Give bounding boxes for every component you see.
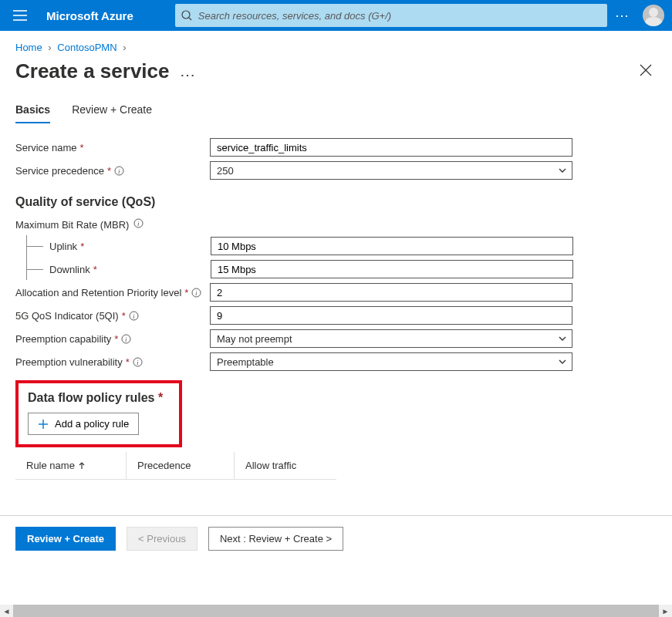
- info-icon[interactable]: i: [133, 218, 144, 231]
- svg-text:i: i: [118, 167, 120, 175]
- service-name-input[interactable]: [210, 138, 572, 157]
- page-header: Create a service ⋯: [0, 58, 672, 97]
- page-title: Create a service: [15, 59, 169, 83]
- topbar-more-icon[interactable]: ⋯: [607, 7, 638, 24]
- info-icon[interactable]: i: [191, 288, 201, 298]
- service-name-label: Service name*: [15, 142, 210, 153]
- chevron-down-icon: [558, 334, 567, 343]
- mbr-label: Maximum Bit Rate (MBR) i: [15, 218, 657, 231]
- breadcrumb-project[interactable]: ContosoPMN: [57, 42, 117, 53]
- info-icon[interactable]: i: [114, 166, 124, 176]
- tab-review-create[interactable]: Review + Create: [72, 97, 152, 123]
- footer: Review + Create < Previous Next : Review…: [0, 516, 672, 561]
- info-icon[interactable]: i: [121, 334, 131, 344]
- svg-text:i: i: [195, 289, 198, 297]
- preempt-cap-select[interactable]: May not preempt: [210, 329, 572, 348]
- uplink-input[interactable]: [211, 237, 573, 255]
- col-allow-traffic[interactable]: Allow traffic: [235, 452, 336, 480]
- fiveqi-label: 5G QoS Indicator (5QI)* i: [15, 310, 210, 322]
- service-precedence-select[interactable]: 250: [210, 161, 572, 180]
- close-button[interactable]: [635, 59, 657, 83]
- preempt-vuln-select[interactable]: Preemptable: [210, 352, 572, 371]
- uplink-label: Uplink*: [27, 241, 211, 252]
- info-icon[interactable]: i: [129, 311, 139, 321]
- title-more-icon[interactable]: ⋯: [180, 61, 197, 83]
- tab-basics[interactable]: Basics: [15, 97, 50, 123]
- arp-input[interactable]: [210, 283, 572, 302]
- user-avatar[interactable]: [643, 5, 664, 26]
- arp-label: Allocation and Retention Priority level*…: [15, 287, 210, 298]
- horizontal-scrollbar[interactable]: ◄ ►: [0, 605, 672, 617]
- policy-rules-highlight: Data flow policy rules * Add a policy ru…: [15, 380, 182, 447]
- chevron-right-icon: ›: [120, 42, 129, 53]
- add-policy-rule-button[interactable]: Add a policy rule: [28, 413, 139, 435]
- breadcrumb: Home › ContosoPMN ›: [0, 31, 672, 58]
- scroll-right-arrow[interactable]: ►: [659, 605, 672, 617]
- scroll-thumb[interactable]: [13, 605, 659, 617]
- top-bar: Microsoft Azure Search resources, servic…: [0, 0, 672, 31]
- chevron-down-icon: [558, 166, 567, 175]
- breadcrumb-home[interactable]: Home: [15, 42, 42, 53]
- preempt-vuln-label: Preemption vulnerability* i: [15, 356, 210, 368]
- sort-up-icon: [78, 462, 86, 470]
- svg-text:i: i: [133, 312, 135, 320]
- chevron-right-icon: ›: [45, 42, 54, 53]
- previous-button: < Previous: [127, 527, 198, 551]
- policy-rules-heading: Data flow policy rules *: [28, 391, 170, 405]
- review-create-button[interactable]: Review + Create: [15, 527, 116, 551]
- downlink-input[interactable]: [211, 260, 573, 278]
- qos-heading: Quality of service (QoS): [15, 195, 657, 209]
- hamburger-menu[interactable]: [8, 0, 32, 31]
- svg-text:i: i: [125, 335, 127, 343]
- svg-text:i: i: [137, 220, 140, 228]
- preempt-cap-label: Preemption capability* i: [15, 333, 210, 345]
- brand: Microsoft Azure: [46, 9, 133, 22]
- col-rule-name[interactable]: Rule name: [15, 452, 127, 480]
- service-precedence-label: Service precedence* i: [15, 165, 210, 177]
- svg-point-3: [182, 11, 190, 19]
- svg-line-4: [189, 18, 191, 20]
- col-precedence[interactable]: Precedence: [127, 452, 235, 480]
- form: Service name* Service precedence* i 250 …: [0, 124, 672, 480]
- global-search[interactable]: Search resources, services, and docs (G+…: [175, 4, 607, 27]
- search-icon: [181, 10, 192, 21]
- info-icon[interactable]: i: [133, 357, 143, 367]
- scroll-left-arrow[interactable]: ◄: [0, 605, 13, 617]
- fiveqi-input[interactable]: [210, 306, 572, 325]
- tabs: Basics Review + Create: [0, 97, 672, 124]
- search-placeholder: Search resources, services, and docs (G+…: [198, 10, 391, 22]
- next-button[interactable]: Next : Review + Create >: [208, 527, 343, 551]
- rules-table-header: Rule name Precedence Allow traffic: [15, 452, 657, 480]
- chevron-down-icon: [558, 357, 567, 366]
- downlink-label: Downlink*: [27, 264, 211, 275]
- plus-icon: [38, 419, 49, 430]
- svg-text:i: i: [137, 359, 139, 366]
